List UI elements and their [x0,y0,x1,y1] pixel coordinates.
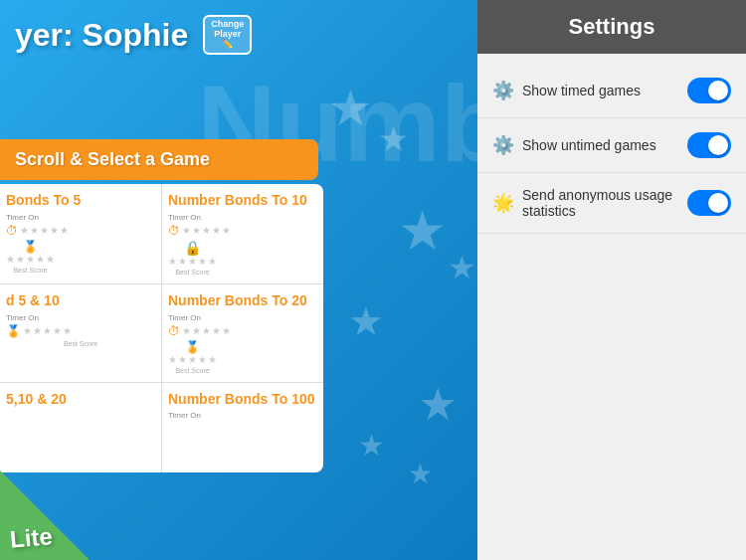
scroll-select-banner: Scroll & Select a Game [0,139,318,180]
settings-item-timed[interactable]: ⚙️ Show timed games [477,64,746,118]
stars-20-last: ★ ★ ★ ★ ★ [182,325,231,336]
deco-star-3: ★ [398,199,447,263]
deco-star-7: ★ [408,458,433,490]
timer-label-100: Timer On [168,411,317,420]
settings-list: ⚙️ Show timed games ⚙️ Show untimed game… [477,54,746,244]
settings-item-stats[interactable]: 🌟 Send anonymous usage statistics [477,173,746,234]
best-stars-20: ★ ★ ★ ★ ★ [168,354,217,365]
settings-header: Settings [477,0,746,54]
timer-label-20: Timer On [168,313,317,322]
settings-icon-untimed: ⚙️ [492,134,514,156]
settings-icon-timed: ⚙️ [492,80,514,101]
timer-label-510: Timer On [6,313,155,322]
game-row-0: Bonds To 5 Timer On ⏱ ★ ★ ★ ★ ★ 🏅 [0,184,323,284]
game-cell-bonds10[interactable]: Number Bonds To 10 Timer On ⏱ ★ ★ ★ ★ ★ … [162,184,323,283]
best-stars-10: ★ ★ ★ ★ ★ [168,256,217,267]
timer-icon-20: ⏱ [168,324,180,338]
deco-star-1: ★ [328,80,373,137]
stars-510: ★ ★ ★ ★ ★ [23,325,72,336]
game-cell-bonds5-10-20[interactable]: 5,10 & 20 [0,383,162,472]
score-row-20: ⏱ ★ ★ ★ ★ ★ [168,324,317,338]
timer-label-bonds10: Timer On [168,213,317,222]
toggle-untimed[interactable] [687,132,731,158]
best-score-label-10: Best Score [175,269,209,276]
score-block-best20: 🏅 ★ ★ ★ ★ ★ Best Score [168,340,217,374]
pencil-icon: ✏️ [222,40,233,50]
trophy-icon-510: 🏅 [6,324,21,338]
change-player-label: ChangePlayer [211,20,244,40]
game-title-bonds20: Number Bonds To 20 [168,292,317,309]
trophy-icon-20: 🏅 [185,340,200,354]
score-row-510: 🏅 ★ ★ ★ ★ ★ [6,324,155,338]
best-score-label-510: Best Score [6,340,155,347]
lock-icon-bonds10: 🔒 [184,240,201,256]
toggle-timed[interactable] [687,78,731,103]
lite-text: Lite [9,522,54,554]
score-block-last: 🏅 ★ ★ ★ ★ ★ Best Score [6,240,55,274]
change-player-button[interactable]: ChangePlayer ✏️ [203,15,252,55]
settings-label-untimed: Show untimed games [522,137,679,153]
settings-panel: Settings ⚙️ Show timed games ⚙️ Show unt… [477,0,746,560]
settings-icon-stats: 🌟 [492,192,514,214]
game-title-bonds5: Bonds To 5 [6,192,155,209]
score-section-bonds5: 🏅 ★ ★ ★ ★ ★ Best Score [6,240,155,274]
last-score-label: Best Score [13,267,47,274]
deco-star-5: ★ [418,378,458,431]
timer-icon-bonds5: ⏱ [6,224,18,238]
stars-bonds10-last: ★ ★ ★ ★ ★ [182,225,231,236]
settings-label-timed: Show timed games [522,83,679,98]
settings-title: Settings [497,14,726,40]
game-row-1: d 5 & 10 Timer On 🏅 ★ ★ ★ ★ ★ Best Score… [0,284,323,383]
score-row-bonds10: ⏱ ★ ★ ★ ★ ★ [168,224,317,238]
deco-star-8: ★ [448,249,476,286]
settings-label-stats: Send anonymous usage statistics [522,187,679,219]
player-title: yer: Sophie [15,17,188,54]
deco-star-2: ★ [378,119,409,159]
settings-item-untimed[interactable]: ⚙️ Show untimed games [477,118,746,173]
timer-label-bonds5: Timer On [6,213,155,222]
game-cell-bonds5-10[interactable]: d 5 & 10 Timer On 🏅 ★ ★ ★ ★ ★ Best Score [0,284,162,382]
deco-star-6: ★ [358,428,385,463]
banner-text: Scroll & Select a Game [15,149,303,170]
game-cell-bonds100[interactable]: Number Bonds To 100 Timer On [162,383,323,472]
last-stars: ★ ★ ★ ★ ★ [6,254,55,265]
lite-badge: Lite [0,470,90,560]
deco-star-4: ★ [348,298,384,344]
best-score-label-20: Best Score [175,367,209,374]
game-cell-bonds5[interactable]: Bonds To 5 Timer On ⏱ ★ ★ ★ ★ ★ 🏅 [0,184,162,283]
game-title-bonds10: Number Bonds To 10 [168,192,317,209]
game-title-5-10-20: 5,10 & 20 [6,391,155,408]
game-title-bonds5-10: d 5 & 10 [6,292,155,309]
score-row-bonds5: ⏱ ★ ★ ★ ★ ★ [6,224,155,238]
score-block-best10: 🔒 ★ ★ ★ ★ ★ Best Score [168,240,217,276]
timer-icon-bonds10: ⏱ [168,224,180,238]
header: yer: Sophie ChangePlayer ✏️ [0,0,477,70]
game-grid: Bonds To 5 Timer On ⏱ ★ ★ ★ ★ ★ 🏅 [0,184,323,472]
stars-bonds5: ★ ★ ★ ★ ★ [20,225,69,236]
game-cell-bonds20[interactable]: Number Bonds To 20 Timer On ⏱ ★ ★ ★ ★ ★ … [162,284,323,382]
trophy-icon-last: 🏅 [23,240,38,254]
game-row-2: 5,10 & 20 Number Bonds To 100 Timer On [0,383,323,472]
score-section-20: 🏅 ★ ★ ★ ★ ★ Best Score [168,340,317,374]
score-section-bonds10: 🔒 ★ ★ ★ ★ ★ Best Score [168,240,317,276]
toggle-stats[interactable] [687,190,731,216]
left-panel: Numb ★ ★ ★ ★ ★ ★ ★ ★ yer: Sophie ChangeP… [0,0,477,560]
game-title-bonds100: Number Bonds To 100 [168,391,317,408]
